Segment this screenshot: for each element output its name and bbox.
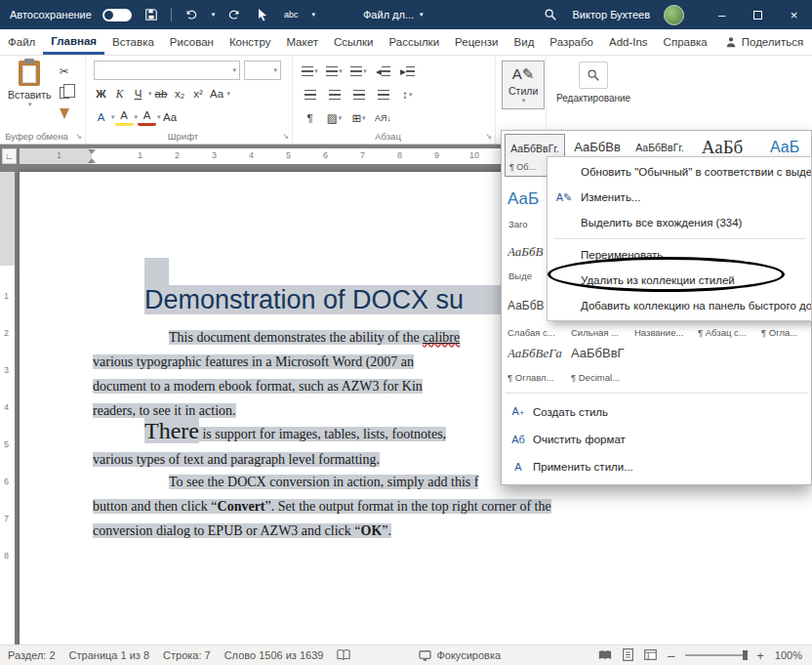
zoom-level[interactable]: 100% xyxy=(775,649,802,661)
body-line[interactable]: There is support for images, tables, lis… xyxy=(93,418,446,444)
tab-insert[interactable]: Вставка xyxy=(104,29,162,55)
bold-button[interactable]: Ж xyxy=(92,84,110,103)
search-icon[interactable] xyxy=(542,4,559,25)
underline-button[interactable]: Ч xyxy=(129,84,147,103)
body-line[interactable]: conversion dialog to EPUB or AZW3 and cl… xyxy=(93,523,391,539)
spellcheck-status-icon[interactable] xyxy=(337,649,350,661)
spelling-icon[interactable]: abc xyxy=(282,4,300,25)
clear-formatting-item[interactable]: Аб Очистить формат xyxy=(502,426,811,452)
menu-item-modify[interactable]: А✎ Изменить... xyxy=(548,185,811,210)
body-line[interactable]: To see the DOCX conversion in action, si… xyxy=(93,475,478,490)
first-line-indent-marker[interactable] xyxy=(88,149,96,154)
status-section[interactable]: Раздел: 2 xyxy=(8,649,56,661)
hyperlink-calibre[interactable]: calibre xyxy=(423,330,460,345)
tab-draw[interactable]: Рисован xyxy=(162,29,222,55)
create-style-item[interactable]: А₊ Создать стиль xyxy=(502,398,811,425)
tab-review[interactable]: Рецензи xyxy=(447,29,506,55)
format-painter-button[interactable] xyxy=(55,104,73,123)
tab-references[interactable]: Ссылки xyxy=(326,29,382,55)
apply-styles-item[interactable]: А Применить стили... xyxy=(502,453,811,479)
redo-icon[interactable] xyxy=(225,4,243,25)
body-line[interactable]: This document demonstrates the ability o… xyxy=(93,330,460,346)
undo-icon[interactable] xyxy=(183,4,200,25)
sort-button[interactable]: АЯ↓ xyxy=(374,108,392,127)
hanging-indent-marker[interactable] xyxy=(88,158,96,163)
font-color-button[interactable]: А xyxy=(138,107,156,126)
body-line[interactable]: various types of text and paragraph leve… xyxy=(93,452,380,468)
autosave-toggle[interactable] xyxy=(102,9,132,21)
user-name[interactable]: Виктор Бухтеев xyxy=(573,9,650,21)
body-line[interactable]: button and then click “Convert”. Set the… xyxy=(93,499,551,515)
tab-layout[interactable]: Макет xyxy=(278,29,326,55)
maximize-button[interactable] xyxy=(740,0,776,29)
multilevel-list-button[interactable]: ▾ xyxy=(349,62,368,80)
subscript-button[interactable]: x₂ xyxy=(171,84,189,103)
align-center-button[interactable] xyxy=(325,85,344,104)
save-icon[interactable] xyxy=(142,4,160,25)
superscript-button[interactable]: x² xyxy=(189,84,208,103)
tab-home[interactable]: Главная xyxy=(43,29,104,55)
increase-indent-button[interactable]: ▸ xyxy=(398,62,417,80)
styles-button[interactable]: А✎ Стили ▾ xyxy=(502,61,545,109)
qat-customize-icon[interactable]: ▾ xyxy=(311,11,315,19)
clear-formatting-button[interactable]: Аа xyxy=(161,107,180,126)
borders-button[interactable]: ⊞▾ xyxy=(349,108,368,127)
paste-button[interactable]: Вставить ▾ xyxy=(8,61,52,108)
menu-item-update-style[interactable]: Обновить "Обычный" в соответствии с выде… xyxy=(548,159,811,185)
tab-addins[interactable]: Add-Ins xyxy=(601,29,656,55)
pilcrow-button[interactable]: ¶ xyxy=(301,108,319,127)
clipboard-dialog-launcher[interactable]: ↘ xyxy=(75,132,82,141)
read-mode-button[interactable] xyxy=(598,649,612,662)
style-cell[interactable]: АаБбВеГа xyxy=(508,346,568,361)
document-heading[interactable]: Demonstration of DOCX su xyxy=(144,285,532,315)
focus-mode-button[interactable]: Фокусировка xyxy=(419,649,501,661)
bullets-button[interactable]: ▾ xyxy=(301,62,319,80)
title-dropdown-icon[interactable]: ▾ xyxy=(420,11,424,19)
close-button[interactable]: × xyxy=(776,0,812,29)
paragraph-dialog-launcher[interactable]: ↘ xyxy=(485,132,492,141)
text-effects-button[interactable]: А xyxy=(92,107,110,126)
highlight-button[interactable]: А xyxy=(115,107,134,126)
change-case-button[interactable]: Аа xyxy=(208,84,226,103)
font-name-combo[interactable]: ▾ xyxy=(94,61,240,80)
status-line[interactable]: Строка: 7 xyxy=(163,649,211,661)
web-layout-button[interactable] xyxy=(644,649,657,662)
body-line[interactable]: various typographic features in a Micros… xyxy=(93,354,414,370)
editing-button[interactable]: Редактирование xyxy=(556,62,630,104)
menu-item-remove-from-gallery[interactable]: Удалить из коллекции стилей xyxy=(548,268,811,293)
menu-item-select-all-instances[interactable]: Выделить все вхождения (334) xyxy=(548,210,811,235)
align-right-button[interactable] xyxy=(349,85,368,104)
menu-item-add-gallery-to-qat[interactable]: Добавить коллекцию на панель быстрого до… xyxy=(548,293,811,318)
body-line[interactable]: document to a modern ebook format, such … xyxy=(93,379,423,395)
status-words[interactable]: Слово 1506 из 1639 xyxy=(224,649,324,661)
numbering-button[interactable]: ▾ xyxy=(325,62,344,80)
change-case-dropdown-icon[interactable]: ▾ xyxy=(227,90,231,98)
underline-dropdown-icon[interactable]: ▾ xyxy=(148,90,152,98)
strikethrough-button[interactable]: ab xyxy=(152,84,171,103)
body-line[interactable]: readers, to see it in action. xyxy=(93,403,236,419)
undo-dropdown-icon[interactable]: ▾ xyxy=(212,11,216,19)
tab-developer[interactable]: Разрабо xyxy=(542,29,601,55)
cursor-mode-icon[interactable] xyxy=(254,4,271,25)
style-cell[interactable]: АаБбВвГ xyxy=(571,346,631,360)
zoom-out-button[interactable]: – xyxy=(668,648,674,663)
cut-button[interactable]: ✂ xyxy=(55,62,73,80)
menu-item-rename[interactable]: Переименовать... xyxy=(548,242,811,268)
tab-design[interactable]: Констру xyxy=(222,29,278,55)
print-layout-button[interactable] xyxy=(623,648,633,663)
justify-button[interactable] xyxy=(374,85,392,104)
tab-help[interactable]: Справка xyxy=(656,29,715,55)
zoom-slider-thumb[interactable] xyxy=(743,650,748,660)
share-button[interactable]: Поделиться xyxy=(715,29,812,55)
copy-button[interactable] xyxy=(55,83,73,102)
zoom-in-button[interactable]: + xyxy=(756,648,764,663)
status-page[interactable]: Страница 1 из 8 xyxy=(69,649,149,661)
font-size-combo[interactable]: ▾ xyxy=(244,61,281,80)
user-avatar[interactable] xyxy=(664,5,684,25)
tab-file[interactable]: Файл xyxy=(0,29,43,55)
align-left-button[interactable] xyxy=(301,85,319,104)
minimize-button[interactable]: – xyxy=(704,0,740,29)
tab-selector[interactable]: ∟ xyxy=(2,148,17,164)
zoom-slider[interactable] xyxy=(685,654,746,656)
tab-mailings[interactable]: Рассылки xyxy=(381,29,447,55)
